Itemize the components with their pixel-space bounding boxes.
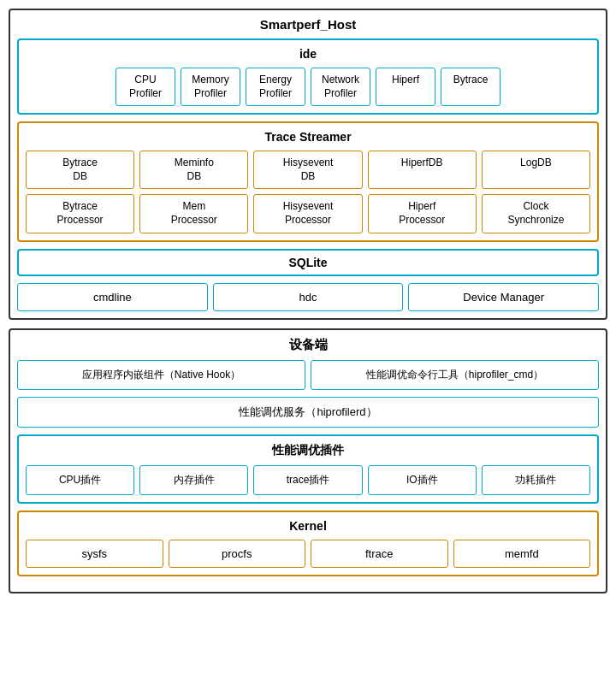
trace-item-bytrace-db: BytraceDB (26, 151, 134, 189)
plugin-item-io: IO插件 (368, 465, 477, 495)
device-title: 设备端 (17, 337, 599, 353)
plugin-item-cpu: CPU插件 (26, 465, 134, 495)
ide-items: CPUProfiler MemoryProfiler EnergyProfile… (26, 68, 590, 106)
plugin-item-memory: 内存插件 (139, 465, 248, 495)
trace-item-hisysevent-db: HisyseventDB (253, 151, 362, 189)
trace-item-hisysevent-processor: HisyseventProcessor (253, 194, 362, 233)
plugin-title: 性能调优插件 (26, 443, 590, 458)
kernel-title: Kernel (26, 519, 590, 533)
ide-item-cpu-profiler: CPUProfiler (116, 68, 175, 106)
service-item: 性能调优服务（hiprofilerd） (17, 397, 599, 428)
sqlite-title: SQLite (26, 256, 590, 269)
plugin-row: CPU插件 内存插件 trace插件 IO插件 功耗插件 (26, 465, 590, 495)
bottom-item-device-manager: Device Manager (408, 283, 599, 311)
plugin-item-power: 功耗插件 (482, 465, 590, 495)
trace-section: Trace Streamer BytraceDB MeminfoDB Hisys… (17, 121, 599, 241)
trace-item-logdb: LogDB (482, 151, 590, 189)
smartperf-title: Smartperf_Host (17, 17, 599, 32)
trace-row-1: BytraceDB MeminfoDB HisyseventDB HiperfD… (26, 151, 590, 189)
ide-section: ide CPUProfiler MemoryProfiler EnergyPro… (17, 38, 599, 115)
bottom-row: cmdline hdc Device Manager (17, 283, 599, 311)
trace-item-hiperf-processor: HiperfProcessor (368, 194, 477, 233)
trace-item-bytrace-processor: BytraceProcessor (26, 194, 134, 233)
ide-item-hiperf: Hiperf (376, 68, 435, 106)
trace-item-hiperfdb: HiperfDB (368, 151, 477, 189)
bottom-item-hdc: hdc (213, 283, 404, 311)
device-item-native-hook: 应用程序内嵌组件（Native Hook） (17, 360, 305, 390)
smartperf-section: Smartperf_Host ide CPUProfiler MemoryPro… (9, 9, 607, 320)
device-row-1: 应用程序内嵌组件（Native Hook） 性能调优命令行工具（hiprofil… (17, 360, 599, 390)
trace-rows: BytraceDB MeminfoDB HisyseventDB HiperfD… (26, 151, 590, 233)
ide-title: ide (26, 47, 590, 61)
device-section: 设备端 应用程序内嵌组件（Native Hook） 性能调优命令行工具（hipr… (9, 328, 607, 593)
ide-item-memory-profiler: MemoryProfiler (181, 68, 240, 106)
kernel-section: Kernel sysfs procfs ftrace memfd (17, 511, 599, 576)
trace-item-clock-sync: ClockSynchronize (482, 194, 590, 233)
ide-item-energy-profiler: EnergyProfiler (246, 68, 305, 106)
sqlite-section: SQLite (17, 249, 599, 276)
ide-item-network-profiler: NetworkProfiler (311, 68, 370, 106)
kernel-item-memfd: memfd (453, 540, 591, 568)
kernel-row: sysfs procfs ftrace memfd (26, 540, 590, 568)
bottom-item-cmdline: cmdline (17, 283, 208, 311)
plugin-section: 性能调优插件 CPU插件 内存插件 trace插件 IO插件 功耗插件 (17, 434, 599, 504)
kernel-item-sysfs: sysfs (26, 540, 163, 568)
trace-item-meminfo-db: MeminfoDB (139, 151, 248, 189)
trace-item-mem-processor: MemProcessor (139, 194, 248, 233)
device-item-hiprofiler-cmd: 性能调优命令行工具（hiprofiler_cmd） (311, 360, 599, 390)
diagram-container: Smartperf_Host ide CPUProfiler MemoryPro… (9, 9, 607, 593)
plugin-item-trace: trace插件 (253, 465, 362, 495)
trace-row-2: BytraceProcessor MemProcessor Hisysevent… (26, 194, 590, 233)
trace-title: Trace Streamer (26, 130, 590, 144)
ide-item-bytrace: Bytrace (441, 68, 500, 106)
kernel-item-ftrace: ftrace (311, 540, 448, 568)
kernel-item-procfs: procfs (169, 540, 306, 568)
